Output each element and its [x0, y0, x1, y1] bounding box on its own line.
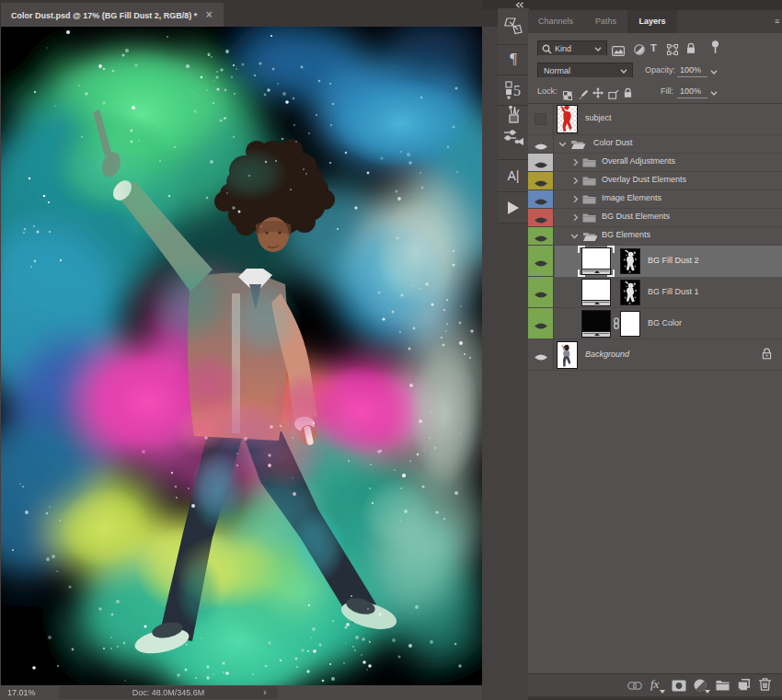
svg-text:5: 5 — [513, 83, 521, 98]
